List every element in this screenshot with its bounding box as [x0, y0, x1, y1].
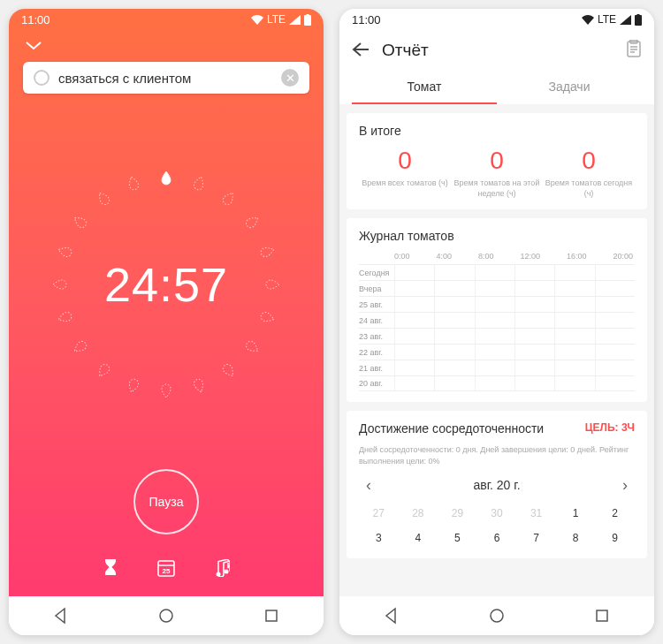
nav-back-icon[interactable] — [52, 607, 70, 625]
calendar-day[interactable]: 6 — [477, 528, 517, 548]
calendar-day[interactable]: 2 — [595, 504, 635, 523]
calendar-day[interactable]: 9 — [595, 528, 635, 548]
journal-time-tick: 16:00 — [567, 252, 587, 261]
clock-tick — [257, 308, 276, 325]
report-header: Отчёт Томат Задачи — [339, 30, 654, 104]
calendar-day[interactable]: 4 — [399, 528, 438, 548]
clock-tick — [219, 360, 239, 380]
journal-day-label: 22 авг. — [359, 348, 394, 357]
pause-button[interactable]: Пауза — [133, 469, 199, 534]
calendar-day[interactable]: 30 — [477, 504, 517, 523]
stat-value: 0 — [543, 147, 635, 175]
tab-tasks[interactable]: Задачи — [497, 71, 642, 104]
tab-tomato[interactable]: Томат — [352, 71, 497, 104]
stat-item: 0Время всех томатов (ч) — [359, 147, 451, 199]
calendar-day[interactable]: 1 — [556, 504, 596, 523]
stat-value: 0 — [359, 147, 451, 175]
clipboard-icon[interactable] — [626, 40, 642, 61]
statusbar: 11:00 LTE — [339, 9, 654, 30]
journal-day-label: 23 авг. — [359, 332, 394, 341]
calendar-header: ‹ авг. 20 г. › — [359, 474, 635, 496]
journal-heading: Журнал томатов — [359, 229, 635, 243]
status-time: 11:00 — [352, 13, 381, 27]
calendar-day[interactable]: 29 — [438, 504, 477, 523]
report-phone: 11:00 LTE Отчёт Томат Задачи — [339, 9, 654, 635]
journal-day-label: Сегодня — [359, 269, 394, 277]
calendar-day[interactable]: 3 — [359, 528, 399, 548]
battery-icon — [304, 14, 311, 26]
journal-day-label: 24 авг. — [359, 316, 394, 325]
pause-label: Пауза — [149, 495, 184, 509]
journal-time-tick: 20:00 — [613, 252, 633, 261]
calendar-day[interactable]: 31 — [516, 504, 556, 523]
clock-tick — [71, 212, 91, 231]
clock-tick — [242, 212, 263, 231]
stat-label: Время томатов сегодня (ч) — [543, 178, 635, 199]
stats-row: 0Время всех томатов (ч)0Время томатов на… — [359, 147, 635, 199]
journal-day-label: Вчера — [359, 284, 394, 293]
stat-item: 0Время томатов на этой неделе (ч) — [451, 147, 543, 199]
clock-tick — [56, 243, 74, 260]
stat-item: 0Время томатов сегодня (ч) — [543, 147, 635, 199]
hourglass-icon[interactable] — [103, 559, 118, 580]
calendar-day[interactable]: 27 — [359, 504, 399, 523]
nav-recent-icon[interactable] — [593, 607, 611, 625]
task-card[interactable]: связаться с клиентом ✕ — [23, 62, 309, 94]
journal-time-tick: 4:00 — [436, 252, 452, 261]
chevron-down-icon[interactable] — [9, 30, 324, 57]
svg-rect-17 — [597, 610, 607, 621]
svg-rect-10 — [637, 14, 640, 16]
calendar-day[interactable]: 7 — [516, 528, 556, 548]
calendar-day[interactable]: 8 — [556, 528, 596, 548]
android-navbar — [9, 596, 324, 635]
clock-face: 24:57 — [51, 170, 281, 399]
clock-face-wrap: 24:57 — [9, 99, 324, 469]
calendar-icon[interactable]: 25 — [157, 559, 175, 580]
network-label: LTE — [598, 13, 616, 26]
nav-recent-icon[interactable] — [263, 607, 280, 625]
android-navbar — [339, 596, 654, 635]
journal-card: Журнал томатов 0:004:008:0012:0016:0020:… — [347, 218, 647, 402]
network-label: LTE — [267, 13, 286, 26]
nav-back-icon[interactable] — [383, 607, 400, 625]
nav-home-icon[interactable] — [488, 607, 506, 625]
calendar-day[interactable]: 5 — [438, 528, 477, 548]
clock-tick — [71, 337, 91, 356]
nav-home-icon[interactable] — [157, 607, 175, 625]
cal-month-label: авг. 20 г. — [473, 478, 520, 492]
journal-time-tick: 0:00 — [394, 252, 410, 261]
task-label: связаться с клиентом — [58, 71, 272, 86]
journal-row: 23 авг. — [359, 328, 635, 344]
focus-stats-text: Дней сосредоточенности: 0 дня. Дней заве… — [359, 444, 635, 466]
focus-heading: Достижение сосредоточенности ЦЕЛЬ: 3Ч — [359, 421, 635, 436]
bottom-toolbar: 25 — [9, 559, 324, 596]
clock-tick — [257, 243, 276, 260]
svg-point-5 — [217, 572, 221, 577]
journal-day-label: 25 авг. — [359, 300, 394, 309]
signal-icon — [620, 15, 631, 25]
svg-rect-0 — [304, 15, 311, 26]
journal-row: Сегодня — [359, 264, 635, 280]
status-icons: LTE — [251, 13, 311, 26]
wifi-icon — [582, 15, 594, 25]
timer-screen: 11:00 LTE связаться с клиентом ✕ 24:57 П… — [9, 9, 324, 596]
task-checkbox[interactable] — [34, 70, 50, 86]
journal-time-tick: 8:00 — [478, 252, 494, 261]
calendar-day[interactable]: 28 — [399, 504, 438, 523]
statusbar: 11:00 LTE — [9, 9, 324, 30]
clear-task-icon[interactable]: ✕ — [281, 69, 299, 87]
clock-tick — [95, 360, 114, 380]
clock-tick — [125, 174, 141, 193]
music-icon[interactable] — [214, 559, 230, 580]
clock-tick — [264, 278, 280, 291]
journal-time-tick: 12:00 — [520, 252, 540, 261]
back-arrow-icon[interactable] — [352, 39, 370, 62]
cal-prev-icon[interactable]: ‹ — [359, 474, 378, 496]
goal-badge[interactable]: ЦЕЛЬ: 3Ч — [585, 421, 635, 434]
clock-tick — [160, 170, 172, 186]
status-icons: LTE — [582, 13, 642, 26]
status-time: 11:00 — [21, 13, 50, 27]
focus-card: Достижение сосредоточенности ЦЕЛЬ: 3Ч Дн… — [347, 411, 647, 557]
clock-tick — [191, 375, 208, 394]
cal-next-icon[interactable]: › — [615, 474, 635, 496]
